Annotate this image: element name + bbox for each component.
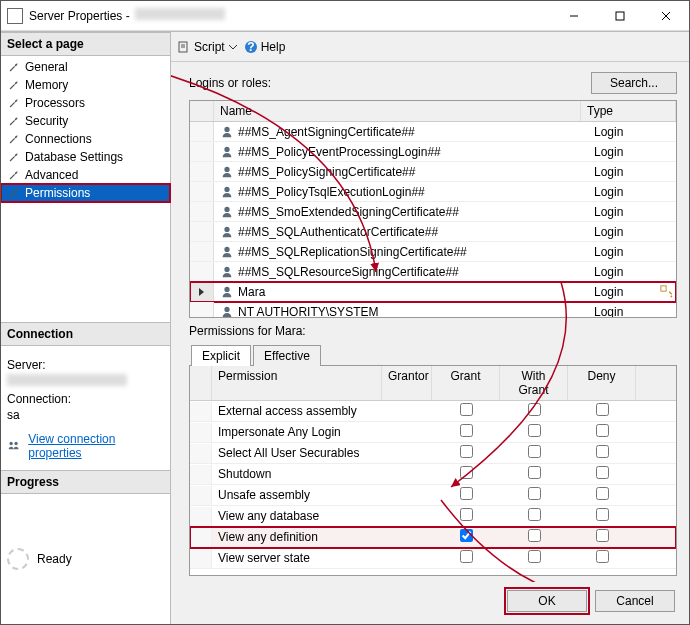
page-nav-list: GeneralMemoryProcessorsSecurityConnectio… (1, 56, 170, 204)
toolbar: Script ? Help (171, 32, 689, 62)
sidebar-item-memory[interactable]: Memory (1, 76, 170, 94)
maximize-button[interactable] (597, 1, 643, 31)
grant-checkbox[interactable] (460, 550, 473, 563)
login-name-cell: Mara (214, 283, 588, 301)
login-row[interactable]: NT AUTHORITY\SYSTEMLogin (190, 302, 676, 317)
login-icon (220, 305, 234, 318)
search-button[interactable]: Search... (591, 72, 677, 94)
permission-name-cell: Shutdown (212, 465, 382, 483)
login-row[interactable]: ##MS_PolicyTsqlExecutionLogin##Login (190, 182, 676, 202)
view-connection-properties-link[interactable]: View connection properties (24, 432, 164, 460)
svg-point-18 (224, 266, 229, 271)
minimize-button[interactable] (551, 1, 597, 31)
permission-row[interactable]: Select All User Securables (190, 443, 676, 464)
help-button[interactable]: ? Help (244, 40, 286, 54)
sidebar-item-permissions[interactable]: Permissions (1, 184, 170, 202)
withgrant-checkbox[interactable] (528, 529, 541, 542)
withgrant-column-header[interactable]: With Grant (500, 366, 568, 400)
svg-point-17 (224, 246, 229, 251)
login-row[interactable]: MaraLogin (190, 282, 676, 302)
login-row[interactable]: ##MS_PolicySigningCertificate##Login (190, 162, 676, 182)
type-column-header[interactable]: Type (581, 101, 676, 121)
row-header (190, 465, 212, 484)
deny-checkbox[interactable] (596, 550, 609, 563)
withgrant-checkbox[interactable] (528, 445, 541, 458)
login-icon (220, 265, 234, 279)
permission-row[interactable]: View any database (190, 506, 676, 527)
permission-row[interactable]: View any definition (190, 527, 676, 548)
login-row[interactable]: ##MS_PolicyEventProcessingLogin##Login (190, 142, 676, 162)
deny-checkbox[interactable] (596, 529, 609, 542)
permission-row[interactable]: Impersonate Any Login (190, 422, 676, 443)
grant-column-header[interactable]: Grant (432, 366, 500, 400)
deny-checkbox[interactable] (596, 487, 609, 500)
permission-row[interactable]: External access assembly (190, 401, 676, 422)
grantor-column-header[interactable]: Grantor (382, 366, 432, 400)
close-button[interactable] (643, 1, 689, 31)
grant-checkbox[interactable] (460, 403, 473, 416)
withgrant-checkbox[interactable] (528, 550, 541, 563)
login-row[interactable]: ##MS_SQLReplicationSigningCertificate##L… (190, 242, 676, 262)
login-name-cell: ##MS_SQLReplicationSigningCertificate## (214, 243, 588, 261)
withgrant-checkbox[interactable] (528, 508, 541, 521)
row-header (190, 142, 214, 161)
grant-checkbox[interactable] (460, 424, 473, 437)
permission-name-cell: Unsafe assembly (212, 486, 382, 504)
grant-checkbox[interactable] (460, 466, 473, 479)
permission-name-cell: External access assembly (212, 402, 382, 420)
grant-checkbox[interactable] (460, 445, 473, 458)
svg-point-12 (224, 146, 229, 151)
deny-column-header[interactable]: Deny (568, 366, 636, 400)
script-button[interactable]: Script (177, 40, 238, 54)
login-type-cell: Login (588, 303, 676, 318)
sidebar-item-security[interactable]: Security (1, 112, 170, 130)
grant-checkbox[interactable] (460, 508, 473, 521)
withgrant-checkbox[interactable] (528, 466, 541, 479)
wrench-icon (7, 96, 21, 110)
permission-row[interactable]: Shutdown (190, 464, 676, 485)
login-row[interactable]: ##MS_AgentSigningCertificate##Login (190, 122, 676, 142)
wrench-icon (7, 114, 21, 128)
deny-checkbox[interactable] (596, 466, 609, 479)
deny-checkbox[interactable] (596, 424, 609, 437)
progress-block: Ready (1, 494, 170, 624)
grant-checkbox[interactable] (460, 529, 473, 542)
progress-header: Progress (1, 470, 170, 494)
login-row[interactable]: ##MS_SQLAuthenticatorCertificate##Login (190, 222, 676, 242)
select-page-header: Select a page (1, 32, 170, 56)
cancel-button[interactable]: Cancel (595, 590, 675, 612)
withgrant-checkbox[interactable] (528, 403, 541, 416)
login-name-cell: ##MS_PolicySigningCertificate## (214, 163, 588, 181)
name-column-header[interactable]: Name (214, 101, 581, 121)
sidebar-item-advanced[interactable]: Advanced (1, 166, 170, 184)
sidebar-item-database-settings[interactable]: Database Settings (1, 148, 170, 166)
properties-icon[interactable] (660, 285, 674, 299)
svg-point-11 (224, 126, 229, 131)
deny-checkbox[interactable] (596, 508, 609, 521)
sidebar-item-label: Permissions (25, 186, 90, 200)
login-row[interactable]: ##MS_SmoExtendedSigningCertificate##Logi… (190, 202, 676, 222)
login-icon (220, 145, 234, 159)
grantor-cell (382, 472, 432, 476)
progress-spinner-icon (7, 548, 29, 570)
login-type-cell: Login (588, 223, 676, 241)
grant-checkbox[interactable] (460, 487, 473, 500)
withgrant-checkbox[interactable] (528, 487, 541, 500)
withgrant-checkbox[interactable] (528, 424, 541, 437)
tab-explicit[interactable]: Explicit (191, 345, 251, 366)
ok-button[interactable]: OK (507, 590, 587, 612)
sidebar-item-processors[interactable]: Processors (1, 94, 170, 112)
permissions-for-label: Permissions for Mara: (189, 324, 677, 338)
wrench-icon (7, 186, 21, 200)
tab-effective[interactable]: Effective (253, 345, 321, 366)
permission-row[interactable]: View server state (190, 548, 676, 569)
deny-checkbox[interactable] (596, 445, 609, 458)
sidebar-item-general[interactable]: General (1, 58, 170, 76)
login-row[interactable]: ##MS_SQLResourceSigningCertificate##Logi… (190, 262, 676, 282)
permission-column-header[interactable]: Permission (212, 366, 382, 400)
sidebar-item-connections[interactable]: Connections (1, 130, 170, 148)
progress-status: Ready (37, 552, 72, 566)
permission-row[interactable]: Unsafe assembly (190, 485, 676, 506)
deny-checkbox[interactable] (596, 403, 609, 416)
login-icon (220, 185, 234, 199)
